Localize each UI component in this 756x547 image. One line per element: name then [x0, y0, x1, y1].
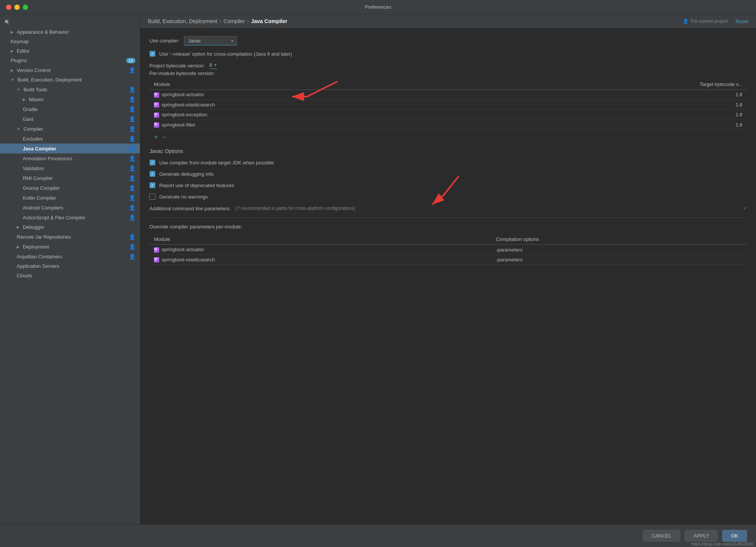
override-table-row: springboot-elasticsearch -parameters: [149, 255, 747, 265]
person-icon: 👤: [129, 195, 135, 201]
person-icon: 👤: [129, 185, 135, 191]
remove-module-button[interactable]: −: [163, 134, 167, 141]
sidebar-search-row[interactable]: 🔍: [0, 17, 140, 27]
person-icon: 👤: [129, 126, 135, 132]
table-row: springboot-elasticsearch 1.8: [149, 100, 747, 110]
module-name: springboot-exception: [149, 110, 493, 120]
person-icon: 👤: [129, 67, 135, 73]
override-options: -parameters: [491, 245, 747, 255]
sidebar-item-actionscript-flex[interactable]: ActionScript & Flex Compiler 👤: [0, 213, 140, 222]
use-compiler-from-module-checkbox[interactable]: ✓: [149, 159, 155, 166]
sidebar-item-java-compiler[interactable]: Java Compiler 👤: [0, 144, 140, 153]
module-icon: [154, 102, 159, 108]
sidebar-item-app-servers[interactable]: Application Servers: [0, 261, 140, 271]
sidebar-item-editor[interactable]: ▶ Editor: [0, 46, 140, 56]
divider: [149, 217, 747, 218]
sidebar-item-deployment[interactable]: ▶ Deployment 👤: [0, 242, 140, 252]
person-icon: 👤: [129, 244, 135, 250]
sidebar-item-arquillian[interactable]: Arquillian Containers 👤: [0, 252, 140, 261]
sidebar-item-clouds[interactable]: Clouds: [0, 271, 140, 280]
compiler-select-wrapper[interactable]: Javac: [184, 36, 237, 45]
bytecode-dropdown[interactable]: 8 ▼: [209, 62, 217, 69]
person-icon: 👤: [683, 19, 689, 24]
generate-no-warnings-checkbox[interactable]: [149, 194, 155, 200]
sidebar-item-remote-jar[interactable]: Remote Jar Repositories 👤: [0, 232, 140, 242]
sidebar-item-compiler[interactable]: ▼ Compiler 👤: [0, 124, 140, 134]
chevron-right-icon: ▶: [11, 30, 14, 34]
chevron-right-icon: ▶: [23, 97, 26, 102]
module-version: 1.8: [493, 110, 747, 120]
module-name: springboot-elasticsearch: [149, 100, 493, 110]
minimize-button[interactable]: [14, 5, 20, 10]
maximize-button[interactable]: [23, 5, 28, 10]
override-col-module: Module: [149, 234, 491, 245]
col-module: Module: [149, 79, 493, 90]
person-icon: 👤: [129, 106, 135, 112]
check-icon: ✓: [151, 172, 154, 177]
sidebar-label-maven: Maven: [29, 97, 44, 102]
check-icon: ✓: [151, 52, 154, 56]
window-controls: [6, 5, 28, 10]
ok-button[interactable]: OK: [722, 530, 747, 542]
sidebar-item-plugins[interactable]: Plugins 13: [0, 56, 140, 65]
sidebar-label-java-compiler: Java Compiler: [23, 146, 56, 152]
sidebar-item-excludes[interactable]: Excludes 👤: [0, 134, 140, 144]
module-name: springboot-filter: [149, 120, 493, 130]
sidebar-item-build-tools[interactable]: ▼ Build Tools 👤: [0, 84, 140, 94]
report-deprecated-label: Report use of deprecated features: [159, 183, 234, 188]
report-deprecated-checkbox[interactable]: ✓: [149, 182, 155, 188]
generate-debugging-checkbox[interactable]: ✓: [149, 171, 155, 177]
sidebar-item-rmi-compiler[interactable]: RMI Compiler 👤: [0, 173, 140, 183]
module-name: springboot-actuator: [149, 90, 493, 100]
sidebar-label-compiler: Compiler: [24, 126, 43, 132]
sidebar-item-annotation-processors[interactable]: Annotation Processors 👤: [0, 153, 140, 163]
per-module-row: Per-module bytecode version:: [149, 70, 747, 76]
sidebar-item-build-execution[interactable]: ▼ Build, Execution, Deployment: [0, 75, 140, 84]
person-icon: 👤: [129, 175, 135, 181]
sidebar-item-maven[interactable]: ▶ Maven 👤: [0, 94, 140, 104]
for-current-project: 👤 For current project: [683, 19, 728, 24]
breadcrumb-part-2: Compiler: [224, 18, 245, 24]
chevron-down-icon: ▼: [17, 127, 20, 131]
breadcrumb-part-3: Java Compiler: [251, 18, 287, 24]
sidebar-item-version-control[interactable]: ▶ Version Control 👤: [0, 65, 140, 75]
sidebar-item-groovy-compiler[interactable]: Groovy Compiler 👤: [0, 183, 140, 193]
close-button[interactable]: [6, 5, 11, 10]
breadcrumb-part-1: Build, Execution, Deployment: [148, 18, 217, 24]
person-icon: 👤: [129, 96, 135, 102]
sidebar-label-excludes: Excludes: [23, 136, 43, 142]
sidebar-item-kotlin-compiler[interactable]: Kotlin Compiler 👤: [0, 193, 140, 203]
sidebar-label-version-control: Version Control: [17, 67, 50, 73]
apply-button[interactable]: APPLY: [685, 530, 718, 542]
main-layout: 🔍 ▶ Appearance & Behavior Keymap ▶ Edito…: [0, 14, 756, 524]
sidebar-item-debugger[interactable]: ▶ Debugger: [0, 222, 140, 232]
module-icon: [154, 122, 159, 128]
breadcrumb: Build, Execution, Deployment › Compiler …: [148, 18, 287, 24]
sidebar-label-arquillian: Arquillian Containers: [17, 254, 62, 259]
sidebar-item-android-compilers[interactable]: Android Compilers 👤: [0, 203, 140, 213]
sidebar-label-kotlin-compiler: Kotlin Compiler: [23, 195, 56, 201]
release-option-checkbox[interactable]: ✓: [149, 51, 155, 57]
chevron-right-icon: ▶: [11, 49, 14, 53]
add-module-button[interactable]: +: [154, 134, 158, 141]
reset-link[interactable]: Reset: [736, 19, 748, 24]
sidebar-label-appearance: Appearance & Behavior: [17, 29, 69, 35]
sidebar-item-gradle[interactable]: Gradle 👤: [0, 104, 140, 114]
sidebar-item-gant[interactable]: Gant 👤: [0, 114, 140, 124]
additional-cmd-row: Additional command line parameters: ('/'…: [149, 205, 747, 211]
sidebar-item-keymap[interactable]: Keymap: [0, 37, 140, 46]
module-icon: [154, 257, 159, 263]
javac-options-title: Javac Options: [149, 148, 747, 154]
url-bar: https://blog.csdn.net/u014553029: [688, 541, 756, 547]
sidebar-item-appearance-behavior[interactable]: ▶ Appearance & Behavior: [0, 27, 140, 37]
content-header: Build, Execution, Deployment › Compiler …: [140, 14, 756, 28]
sidebar-item-validation[interactable]: Validation 👤: [0, 163, 140, 173]
use-compiler-label: Use compiler:: [149, 38, 179, 44]
compiler-select[interactable]: Javac: [184, 36, 237, 45]
cancel-button[interactable]: CANCEL: [643, 530, 681, 542]
module-icon: [154, 113, 159, 118]
window-title: Preferences: [365, 4, 391, 10]
sidebar-label-keymap: Keymap: [11, 39, 29, 44]
expand-icon[interactable]: ⤢: [743, 206, 747, 211]
plugins-badge: 13: [126, 58, 135, 63]
